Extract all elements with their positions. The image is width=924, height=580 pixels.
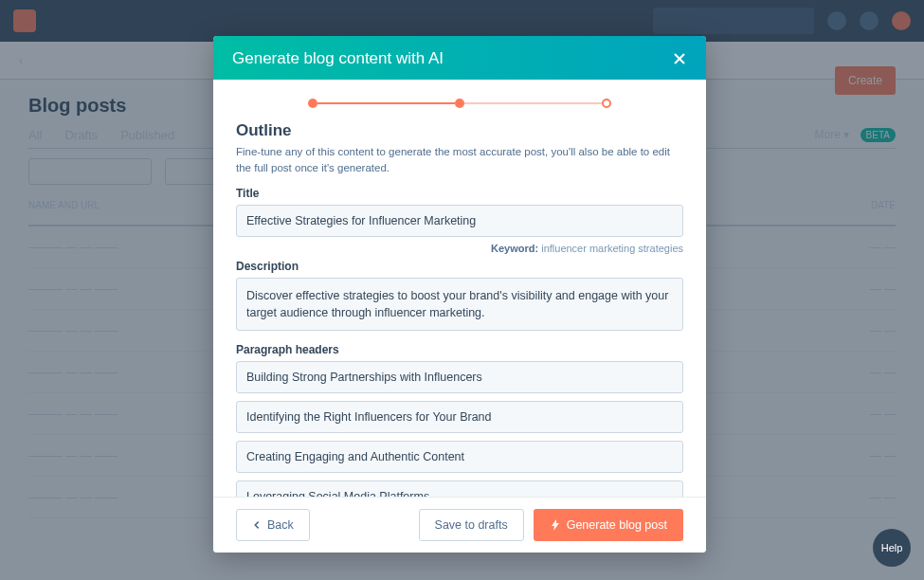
- paragraph-header-input-1[interactable]: [236, 361, 683, 393]
- step-1-dot: [308, 99, 317, 108]
- paragraph-header-input-3[interactable]: [236, 441, 683, 473]
- description-label: Description: [236, 260, 683, 273]
- modal-body: Outline Fine-tune any of this content to…: [213, 80, 706, 497]
- modal-title: Generate blog content with AI: [232, 49, 444, 68]
- outline-heading: Outline: [236, 121, 683, 140]
- generate-blog-post-button[interactable]: Generate blog post: [534, 509, 683, 541]
- progress-stepper: [236, 99, 683, 108]
- keyword-label: Keyword:: [491, 243, 538, 254]
- title-label: Title: [236, 187, 683, 200]
- modal-header: Generate blog content with AI: [213, 36, 706, 80]
- title-input[interactable]: [236, 205, 683, 237]
- step-2-dot: [455, 99, 464, 108]
- generate-blog-modal: Generate blog content with AI Outline Fi…: [213, 36, 706, 553]
- close-icon[interactable]: [672, 51, 687, 66]
- outline-description: Fine-tune any of this content to generat…: [236, 144, 683, 177]
- keyword-value: influencer marketing strategies: [541, 243, 683, 254]
- help-fab[interactable]: Help: [873, 529, 911, 567]
- step-3-dot: [602, 99, 611, 108]
- lightning-icon: [550, 519, 561, 531]
- paragraph-headers-label: Paragraph headers: [236, 343, 683, 356]
- keyword-line: Keyword: influencer marketing strategies: [236, 243, 683, 254]
- back-button-label: Back: [267, 518, 294, 532]
- save-to-drafts-label: Save to drafts: [435, 518, 508, 532]
- back-button[interactable]: Back: [236, 509, 310, 541]
- help-label: Help: [881, 542, 903, 553]
- paragraph-header-input-2[interactable]: [236, 401, 683, 433]
- step-line-1: [317, 102, 455, 104]
- description-input[interactable]: [236, 278, 683, 331]
- generate-blog-post-label: Generate blog post: [567, 518, 667, 532]
- paragraph-header-input-4[interactable]: [236, 480, 683, 497]
- modal-footer: Back Save to drafts Generate blog post: [213, 497, 706, 553]
- chevron-left-icon: [252, 520, 262, 530]
- step-line-2: [464, 102, 602, 104]
- save-to-drafts-button[interactable]: Save to drafts: [419, 509, 524, 541]
